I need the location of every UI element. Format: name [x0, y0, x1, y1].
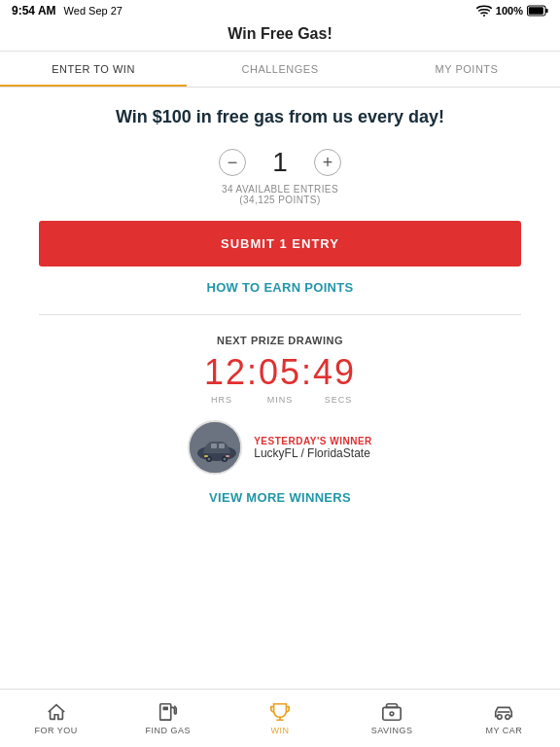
savings-icon [381, 701, 402, 723]
nav-item-my-car[interactable]: MY CAR [448, 695, 560, 741]
status-date: Wed Sep 27 [64, 5, 122, 17]
increment-button[interactable]: + [314, 149, 341, 176]
svg-point-19 [390, 712, 394, 716]
svg-point-20 [498, 715, 503, 720]
nav-item-for-you[interactable]: FOR YOU [0, 695, 112, 741]
available-entries: 34 AVAILABLE ENTRIES (34,125 POINTS) [39, 184, 521, 205]
entry-counter: − 1 + [39, 147, 521, 178]
promo-text: Win $100 in free gas from us every day! [39, 107, 521, 127]
home-icon [46, 701, 67, 723]
tab-bar: ENTER TO WIN CHALLENGES MY POINTS [0, 52, 560, 88]
svg-rect-14 [226, 455, 229, 457]
hrs-label: HRS [192, 395, 251, 405]
nav-label-for-you: FOR YOU [34, 726, 77, 735]
winner-car-image [190, 422, 242, 475]
svg-point-0 [483, 15, 485, 17]
winner-section: YESTERDAY'S WINNER LuckyFL / FloridaStat… [39, 420, 521, 475]
secs-label: SECS [309, 395, 368, 405]
countdown-secs: 49 [313, 352, 356, 392]
section-divider [39, 314, 521, 315]
nav-label-win: WIN [271, 726, 290, 735]
countdown-mins: 05 [259, 352, 301, 392]
prize-drawing-label: NEXT PRIZE DRAWING [39, 335, 521, 346]
battery-icon [527, 5, 548, 17]
trophy-icon [269, 701, 291, 723]
winner-label: YESTERDAY'S WINNER [254, 436, 372, 446]
mins-label: MINS [251, 395, 309, 405]
winner-name: LuckyFL / FloridaState [254, 446, 372, 460]
status-icons: 100% [476, 5, 548, 17]
nav-item-win[interactable]: WIN [224, 695, 335, 741]
status-time: 9:54 AM [12, 4, 56, 18]
counter-value: 1 [265, 147, 295, 178]
svg-rect-11 [211, 444, 217, 448]
wifi-icon [476, 5, 492, 17]
submit-entry-button[interactable]: SUBMIT 1 ENTRY [39, 221, 521, 267]
countdown-labels: HRS MINS SECS [39, 395, 521, 405]
tab-my-points[interactable]: MY POINTS [373, 52, 560, 87]
countdown-timer: 12:05:49 [39, 352, 521, 393]
nav-label-my-car: MY CAR [485, 726, 522, 735]
svg-rect-2 [545, 9, 548, 13]
tab-challenges[interactable]: CHALLENGES [187, 52, 373, 87]
status-bar: 9:54 AM Wed Sep 27 100% [0, 0, 560, 21]
app-header: Win Free Gas! [0, 21, 560, 52]
car-icon [493, 701, 514, 723]
bottom-nav: FOR YOU FIND GAS WIN SAVINGS [0, 689, 560, 747]
prize-drawing-section: NEXT PRIZE DRAWING 12:05:49 HRS MINS SEC… [39, 335, 521, 405]
winner-info: YESTERDAY'S WINNER LuckyFL / FloridaStat… [254, 436, 372, 460]
nav-label-find-gas: FIND GAS [146, 726, 192, 735]
battery-text: 100% [496, 5, 523, 17]
nav-label-savings: SAVINGS [371, 726, 413, 735]
page-title: Win Free Gas! [228, 25, 332, 42]
main-content: Win $100 in free gas from us every day! … [0, 88, 560, 524]
nav-item-savings[interactable]: SAVINGS [336, 695, 448, 741]
countdown-hours: 12 [204, 352, 247, 392]
svg-point-10 [224, 458, 227, 461]
svg-rect-13 [204, 455, 208, 457]
tab-enter-to-win[interactable]: ENTER TO WIN [0, 52, 187, 87]
view-more-winners-link[interactable]: VIEW MORE WINNERS [39, 490, 521, 505]
winner-avatar [188, 420, 242, 475]
decrement-button[interactable]: − [219, 149, 246, 176]
svg-rect-3 [529, 7, 543, 15]
earn-points-link[interactable]: HOW TO EARN POINTS [39, 280, 521, 295]
svg-rect-15 [160, 704, 171, 721]
svg-rect-12 [219, 444, 225, 448]
svg-point-8 [208, 458, 211, 461]
svg-point-21 [506, 715, 510, 720]
gas-pump-icon [158, 701, 179, 723]
svg-rect-16 [162, 707, 168, 711]
nav-item-find-gas[interactable]: FIND GAS [112, 695, 224, 741]
svg-rect-18 [383, 707, 401, 720]
